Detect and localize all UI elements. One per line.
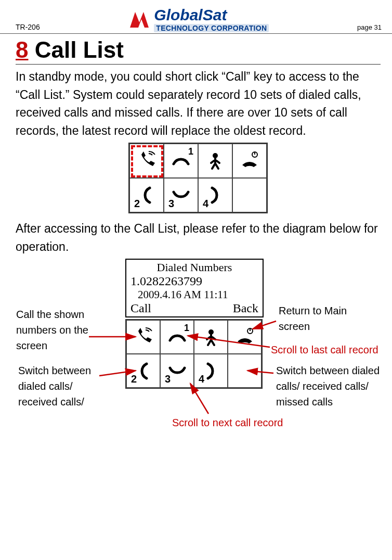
key-up-1: 1 <box>164 144 198 178</box>
key-person-b <box>194 320 228 354</box>
softkey-back: Back <box>233 301 258 315</box>
key-down-3-b: 3 <box>160 354 194 388</box>
section-heading: 8 Call List <box>16 37 381 65</box>
doc-id: TR-206 <box>16 23 40 33</box>
screen-timestamp: 2009.4.16 AM 11:11 <box>126 288 263 301</box>
screen-entry: 1.0282263799 <box>126 274 263 288</box>
key-digit-3-b: 3 <box>165 373 171 385</box>
paragraph-2: After accessing to the Call List, please… <box>16 220 381 256</box>
operation-diagram: Dialed Numbers 1.0282263799 2009.4.16 AM… <box>16 259 380 488</box>
key-digit-3: 3 <box>168 198 174 210</box>
annotation-scroll-last: Scroll to last call record <box>271 342 385 358</box>
key-person <box>198 144 232 178</box>
keypad-illustration-top: 1 2 3 <box>128 143 268 213</box>
key-digit-1-b: 1 <box>184 323 189 334</box>
screen-title: Dialed Numbers <box>126 260 263 274</box>
key-blank <box>232 178 267 212</box>
softkey-call: Call <box>130 301 151 315</box>
key-digit-4-b: 4 <box>199 373 204 385</box>
key-digit-2-b: 2 <box>131 373 137 385</box>
section-number: 8 <box>16 37 28 62</box>
logo-text-bottom: TECHNOLOGY CORPORATION <box>154 24 269 32</box>
section-title: Call List <box>35 37 124 62</box>
key-digit-1: 1 <box>188 146 193 157</box>
key-left-2: 2 <box>129 178 164 212</box>
page-number: page 31 <box>357 23 382 33</box>
phone-icon <box>133 327 154 348</box>
key-up-1-b: 1 <box>160 320 194 354</box>
annotation-scroll-next: Scroll to next call record <box>172 415 307 430</box>
key-digit-2: 2 <box>134 198 140 210</box>
phone-icon <box>136 150 157 171</box>
logo-mark-icon <box>128 9 151 31</box>
paragraph-1: In standby mode, you could short click “… <box>16 68 381 139</box>
person-icon <box>201 327 221 348</box>
person-icon <box>205 150 226 171</box>
page-header: TR-206 GlobalSat TECHNOLOGY CORPORATION … <box>0 0 392 34</box>
annotation-call-shown: Call the shown numbers on the screen <box>16 307 110 353</box>
key-right-4-b: 4 <box>194 354 228 388</box>
key-blank-b <box>228 354 262 388</box>
key-call <box>129 144 164 178</box>
key-call-b <box>126 320 160 354</box>
phone-screen: Dialed Numbers 1.0282263799 2009.4.16 AM… <box>125 259 264 317</box>
keypad-illustration-bottom: 1 2 3 <box>125 319 263 389</box>
annotation-return-main: Return to Main screen <box>279 303 377 334</box>
annotation-switch-right: Switch between dialed calls/ received ca… <box>276 363 385 410</box>
key-left-2-b: 2 <box>126 354 160 388</box>
key-digit-4: 4 <box>203 198 208 210</box>
brand-logo: GlobalSat TECHNOLOGY CORPORATION <box>40 7 357 33</box>
power-hangup-icon <box>234 327 255 348</box>
key-down-3: 3 <box>164 178 198 212</box>
annotation-switch-left: Switch between dialed calls/ received ca… <box>18 363 112 410</box>
key-right-4: 4 <box>198 178 232 212</box>
power-hangup-icon <box>239 150 260 171</box>
key-power <box>232 144 267 178</box>
key-power-b <box>228 320 262 354</box>
logo-text-top: GlobalSat <box>154 7 269 23</box>
